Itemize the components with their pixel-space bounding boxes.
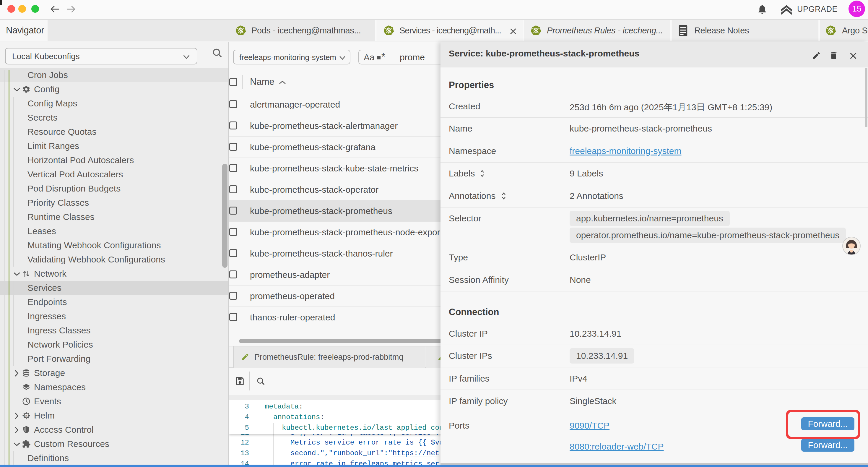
svg-text:HELM: HELM — [23, 414, 30, 417]
